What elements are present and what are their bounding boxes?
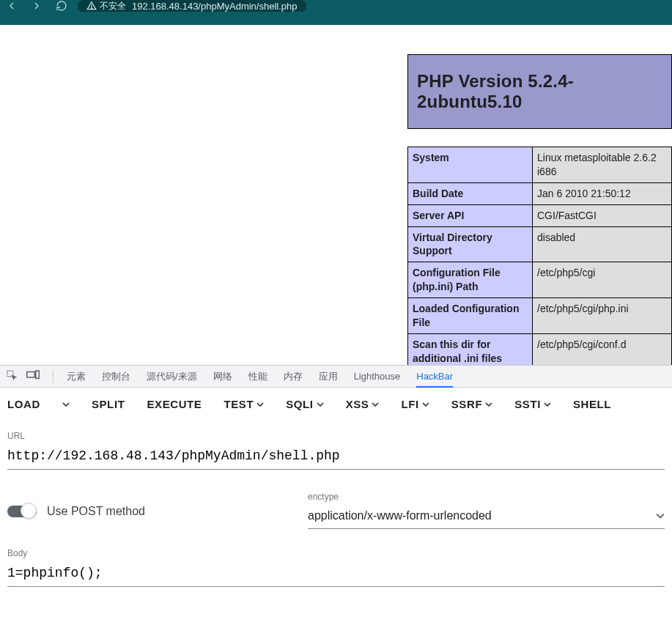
table-row: Loaded Configuration File/etc/php5/cgi/p… xyxy=(408,298,672,334)
sqli-dropdown[interactable]: SQLI xyxy=(286,398,323,410)
xss-dropdown[interactable]: XSS xyxy=(346,398,380,410)
phpinfo-row-value: CGI/FastCGI xyxy=(533,204,672,226)
browser-top-bar: 不安全 192.168.48.143/phpMyAdmin/shell.php xyxy=(0,0,672,12)
forward-icon[interactable] xyxy=(31,0,43,12)
phpinfo-row-name: Virtual Directory Support xyxy=(408,226,533,262)
devtools-panel: 元素控制台源代码/来源网络性能内存应用LighthouseHackBar LOA… xyxy=(0,365,672,616)
address-bar[interactable]: 不安全 192.168.48.143/phpMyAdmin/shell.php xyxy=(78,0,306,12)
ssti-dropdown[interactable]: SSTI xyxy=(514,398,551,410)
devtools-tab-应用[interactable]: 应用 xyxy=(319,366,338,388)
phpinfo-row-name: Build Date xyxy=(408,182,533,204)
phpinfo-row-value: Linux metasploitable 2.6.2 i686 xyxy=(533,147,672,183)
page-viewport: PHP Version 5.2.4-2ubuntu5.10 SystemLinu… xyxy=(0,25,672,365)
reload-icon[interactable] xyxy=(56,0,67,12)
devtools-tab-网络[interactable]: 网络 xyxy=(213,366,232,388)
enctype-value: application/x-www-form-urlencoded xyxy=(308,509,492,522)
svg-rect-4 xyxy=(36,371,40,379)
warning-icon xyxy=(86,1,97,11)
load-caret-icon[interactable] xyxy=(62,401,70,408)
table-row: Scan this dir for additional .ini files/… xyxy=(408,333,672,365)
devtools-tabs: 元素控制台源代码/来源网络性能内存应用LighthouseHackBar xyxy=(0,366,672,388)
load-button[interactable]: LOAD xyxy=(7,398,40,410)
phpinfo-row-value: /etc/php5/cgi xyxy=(533,262,672,298)
chevron-down-icon xyxy=(317,401,324,408)
chevron-down-icon xyxy=(485,401,492,408)
devtools-tab-hackbar[interactable]: HackBar xyxy=(416,366,453,388)
devtools-tab-控制台[interactable]: 控制台 xyxy=(102,366,130,388)
phpinfo-row-name: Server API xyxy=(408,204,533,226)
table-row: Virtual Directory Supportdisabled xyxy=(408,226,672,262)
hackbar-panel: LOAD SPLIT EXECUTE TEST SQLI XSS LFI SSR… xyxy=(0,388,672,616)
phpinfo-title: PHP Version 5.2.4-2ubuntu5.10 xyxy=(407,54,672,129)
chevron-down-icon xyxy=(256,401,264,408)
ssrf-dropdown[interactable]: SSRF xyxy=(451,398,492,410)
phpinfo-row-name: Scan this dir for additional .ini files xyxy=(408,333,533,365)
inspect-icon[interactable] xyxy=(6,369,18,383)
devtools-tab-源代码/来源[interactable]: 源代码/来源 xyxy=(147,366,197,388)
phpinfo-table: SystemLinux metasploitable 2.6.2 i686Bui… xyxy=(407,147,672,365)
chevron-down-icon xyxy=(656,511,665,520)
phpinfo-row-name: Loaded Configuration File xyxy=(408,298,533,334)
not-secure-label: 不安全 xyxy=(100,0,126,12)
body-input[interactable] xyxy=(7,563,665,587)
enctype-select[interactable]: application/x-www-form-urlencoded xyxy=(308,506,665,529)
table-row: Build DateJan 6 2010 21:50:12 xyxy=(408,182,672,204)
phpinfo-row-name: Configuration File (php.ini) Path xyxy=(408,262,533,298)
table-row: Server APICGI/FastCGI xyxy=(408,204,672,226)
svg-point-1 xyxy=(91,7,92,8)
table-row: Configuration File (php.ini) Path/etc/ph… xyxy=(408,262,672,298)
phpinfo-row-name: System xyxy=(408,147,533,183)
phpinfo-row-value: disabled xyxy=(533,226,672,262)
body-label: Body xyxy=(7,548,665,558)
lfi-dropdown[interactable]: LFI xyxy=(401,398,429,410)
phpinfo-row-value: Jan 6 2010 21:50:12 xyxy=(533,182,672,204)
devtools-tab-性能[interactable]: 性能 xyxy=(248,366,267,388)
phpinfo-row-value: /etc/php5/cgi/conf.d xyxy=(533,333,672,365)
devtools-tab-lighthouse[interactable]: Lighthouse xyxy=(354,366,401,386)
chevron-down-icon xyxy=(372,401,379,408)
chevron-down-icon xyxy=(422,401,429,408)
back-icon[interactable] xyxy=(6,0,18,12)
svg-rect-3 xyxy=(27,372,35,378)
devtools-tab-内存[interactable]: 内存 xyxy=(284,366,303,388)
phpinfo-row-value: /etc/php5/cgi/php.ini xyxy=(533,298,672,334)
url-input[interactable] xyxy=(7,445,665,470)
use-post-label: Use POST method xyxy=(47,505,145,518)
enctype-label: enctype xyxy=(308,492,665,502)
execute-button[interactable]: EXECUTE xyxy=(147,398,202,410)
use-post-toggle[interactable] xyxy=(7,506,37,517)
browser-chrome-gap xyxy=(0,12,672,25)
url-label: URL xyxy=(7,431,665,441)
split-button[interactable]: SPLIT xyxy=(92,398,125,410)
chevron-down-icon xyxy=(544,401,551,408)
test-dropdown[interactable]: TEST xyxy=(224,398,264,410)
address-url: 192.168.48.143/phpMyAdmin/shell.php xyxy=(132,1,298,12)
shell-dropdown[interactable]: SHELL xyxy=(573,398,611,410)
device-toolbar-icon[interactable] xyxy=(26,370,40,382)
table-row: SystemLinux metasploitable 2.6.2 i686 xyxy=(408,147,672,183)
not-secure-badge: 不安全 xyxy=(86,0,126,12)
hackbar-actions: LOAD SPLIT EXECUTE TEST SQLI XSS LFI SSR… xyxy=(7,398,665,410)
devtools-tab-元素[interactable]: 元素 xyxy=(67,366,86,388)
